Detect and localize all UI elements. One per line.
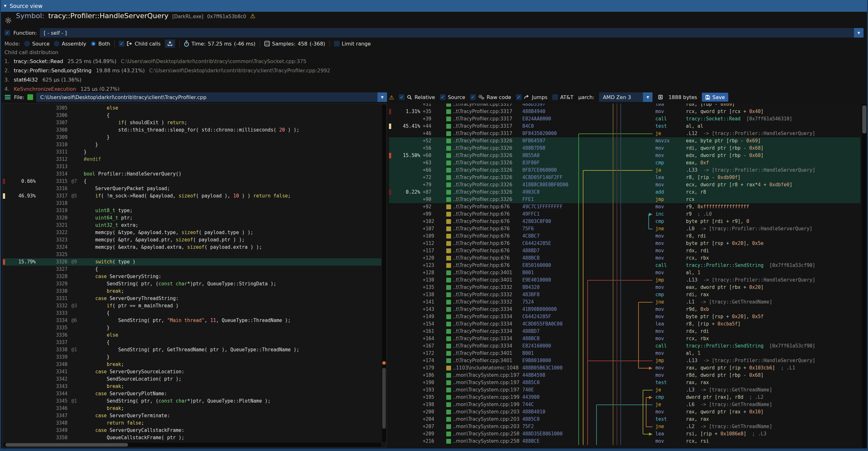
source-line-3311[interactable]: 3311}	[3, 148, 381, 156]
asm-row-+117[interactable]: +117..t\TracyProfiler.hpp:676488BD7movrd…	[389, 247, 860, 254]
source-line-3334[interactable]: 3334@6 SendString( ptr, "Main thread", 1…	[3, 317, 381, 324]
asm-row-+31[interactable]: +31..t\TracyProfiler.cpp:3317488D5597lea…	[389, 103, 860, 108]
source-line-3323[interactable]: 3323 memcpy( &ptr, &payload.ptr, sizeof(…	[3, 236, 381, 244]
asm-row-+99[interactable]: +99..t\TracyProfiler.hpp:67649FFC1incr9 …	[389, 211, 860, 218]
asm-row-+35[interactable]: 1.31%+35..t\TracyProfiler.cpp:3317488B49…	[389, 108, 860, 115]
source-line-3319[interactable]: 3319 uint8_t type;	[3, 207, 381, 214]
source-line-3345[interactable]: 3345@1 SendString( ptr, (const char*)ptr…	[3, 397, 381, 405]
asm-row-+174[interactable]: +174..t\TracyProfiler.cpp:3401E9B8010000…	[389, 357, 860, 364]
source-line-3347[interactable]: 3347 case ServerQueryTerminate:	[3, 412, 381, 419]
source-line-3342[interactable]: 3342 SendSourceLocation( ptr );	[3, 375, 381, 383]
asm-row-+107[interactable]: +107..t\TracyProfiler.hpp:67675F6jne.L0 …	[389, 225, 860, 233]
asm-row-+179[interactable]: +179..1103\include\atomic:1048488B05B63C…	[389, 364, 860, 372]
relative-checkbox[interactable]: Relative	[399, 94, 435, 100]
scrollbar-thumb[interactable]	[382, 368, 386, 429]
child-call-row[interactable]: 1.tracy::Socket::Read25.25 ms (54.89%)C:…	[4, 57, 868, 66]
asm-row-+39[interactable]: +39..t\TracyProfiler.cpp:3317E824AA0000c…	[389, 115, 860, 123]
source-line-3335[interactable]: 3335 }	[3, 324, 381, 332]
asm-row-+190[interactable]: +190..mon\TracySystem.cpp:1974885C0testr…	[389, 379, 860, 386]
asm-row-+149[interactable]: +149..t\TracyProfiler.cpp:3334C64424205F…	[389, 313, 860, 321]
asm-row-+92[interactable]: +92..t\TracyProfiler.hpp:67649C7C1FFFFFF…	[389, 203, 860, 211]
source-line-3308[interactable]: 3308 std::this_thread::sleep_for( std::c…	[3, 126, 381, 134]
uarch-select[interactable]: AMD Zen 3 ▼	[599, 92, 652, 102]
mode-option-assembly[interactable]: Assembly	[54, 41, 86, 47]
asm-row-+209[interactable]: +209..mon\TracySystem.cpp:258488D35E8861…	[389, 430, 860, 438]
att-syntax-checkbox[interactable]: AT&T	[552, 94, 574, 100]
mode-option-source[interactable]: Source	[24, 41, 50, 47]
raw-code-checkbox[interactable]: Raw code	[470, 94, 511, 100]
asm-row-+128[interactable]: +128..t\TracyProfiler.cpp:3401B001moval,…	[389, 269, 860, 276]
asm-row-+79[interactable]: +79..t\TracyProfiler.cpp:3326418B8C80E0B…	[389, 181, 860, 188]
asm-row-+135[interactable]: +135..t\TracyProfiler.cpp:33328B4320move…	[389, 284, 860, 291]
asm-row-+52[interactable]: +52..t\TracyProfiler.cpp:33260FB64597mov…	[389, 137, 860, 145]
collapse-icon[interactable]: ▼	[4, 4, 6, 8]
jumps-checkbox[interactable]: Jumps	[516, 94, 548, 100]
source-line-3325[interactable]: 3325	[3, 251, 381, 258]
source-line-3321[interactable]: 3321 uint32_t extra;	[3, 222, 381, 229]
source-line-3328[interactable]: 3328 case ServerQueryString:	[3, 273, 381, 280]
asm-row-+102[interactable]: +102..t\TracyProfiler.hpp:67642803C0F00c…	[389, 218, 860, 225]
function-checkbox[interactable]	[4, 30, 10, 36]
asm-row-+216[interactable]: +216..mon\TracySystem.cpp:258488BCEmovrc…	[389, 438, 860, 445]
source-line-3332[interactable]: 3332@3 if( ptr == m_mainThread )	[3, 302, 381, 309]
asm-row-+195[interactable]: +195..mon\TracySystem.cpp:199443900cmpdw…	[389, 394, 860, 401]
source-line-3338[interactable]: 3338@1 SendString( ptr, GetThreadName( p…	[3, 346, 381, 354]
child-calls-checkbox[interactable]: Child calls	[119, 41, 160, 47]
asm-row-+66[interactable]: +66..t\TracyProfiler.cpp:33260F87CE06000…	[389, 167, 860, 174]
window-titlebar[interactable]: ▼ Source view	[0, 0, 868, 12]
asm-row-+154[interactable]: +154..t\TracyProfiler.cpp:33344C8D055FBA…	[389, 321, 860, 328]
source-line-3337[interactable]: 3337 {	[3, 339, 381, 346]
asm-row-+164[interactable]: +164..t\TracyProfiler.cpp:3334488BCBmovr…	[389, 335, 860, 342]
child-call-row[interactable]: 3.stat64i32625 μs (1.36%)	[4, 75, 868, 84]
asm-row-+186[interactable]: +186..mon\TracySystem.cpp:197448B4598mov…	[389, 372, 860, 379]
asm-row-+123[interactable]: +123..t\TracyProfiler.hpp:676E850160000c…	[389, 262, 860, 269]
asm-row-+60[interactable]: 15.50%+60..t\TracyProfiler.cpp:33268B55A…	[389, 152, 860, 159]
source-line-3320[interactable]: 3320 uint64_t ptr;	[3, 214, 381, 222]
source-line-3314[interactable]: 3314bool Profiler::HandleServerQuery()	[3, 171, 381, 178]
source-checkbox[interactable]: Source	[440, 94, 465, 100]
asm-row-+56[interactable]: +56..t\TracyProfiler.cpp:3326488B7D98mov…	[389, 145, 860, 152]
asm-row-+198[interactable]: +198..mon\TracySystem.cpp:199744Cje.L6 -…	[389, 401, 860, 408]
source-horizontal-scrollbar[interactable]	[3, 443, 381, 447]
propagate-inlines-button[interactable]	[165, 39, 175, 48]
source-line-3339[interactable]: 3339 }	[3, 354, 381, 361]
source-line-3330[interactable]: 3330 break;	[3, 288, 381, 295]
source-line-3322[interactable]: 3322 memcpy( &type, &payload.type, sizeo…	[3, 229, 381, 236]
source-line-3316[interactable]: 3316 ServerQueryPacket payload;	[3, 185, 381, 192]
source-line-3318[interactable]: 3318	[3, 200, 381, 207]
source-line-3340[interactable]: 3340 break;	[3, 361, 381, 368]
child-call-row[interactable]: 2.tracy::Profiler::SendLongString19.88 m…	[4, 66, 868, 75]
asm-row-+90[interactable]: +90..t\TracyProfiler.cpp:3326FFE1jmprcx	[389, 196, 860, 203]
source-line-3324[interactable]: 3324 memcpy( &extra, &payload.extra, siz…	[3, 244, 381, 251]
asm-row-+87[interactable]: 0.22%+87..t\TracyProfiler.cpp:33264903C8…	[389, 188, 860, 196]
scrollbar-thumb[interactable]	[862, 106, 866, 133]
source-line-3343[interactable]: 3343 break;	[3, 383, 381, 390]
chevron-down-icon[interactable]: ▼	[377, 92, 387, 102]
source-line-3306[interactable]: 3306 {	[3, 112, 381, 119]
asm-row-+138[interactable]: +138..t\TracyProfiler.cpp:3332483BF8cmpr…	[389, 291, 860, 298]
source-line-3307[interactable]: 3307 if( shouldExit ) return;	[3, 119, 381, 126]
function-select[interactable]: [ - self - ] ▼	[40, 28, 864, 38]
asm-row-+143[interactable]: +143..t\TracyProfiler.cpp:333441B90B0000…	[389, 306, 860, 313]
source-line-3317[interactable]: 46.93%3317@5 if( !m_sock->Read( &payload…	[3, 192, 381, 200]
asm-row-+109[interactable]: +109..t\TracyProfiler.hpp:6764C8BC7movr8…	[389, 233, 860, 240]
asm-row-+46[interactable]: +46..t\TracyProfiler.cpp:33170F843502000…	[389, 130, 860, 137]
asm-row-+112[interactable]: +112..t\TracyProfiler.hpp:676C64424205Em…	[389, 240, 860, 247]
source-line-3333[interactable]: 3333 {	[3, 309, 381, 317]
asm-row-+63[interactable]: +63..t\TracyProfiler.cpp:332683F80Fcmpea…	[389, 159, 860, 167]
source-line-3309[interactable]: 3309 }	[3, 134, 381, 141]
source-line-3346[interactable]: 3346 break;	[3, 405, 381, 412]
source-line-3344[interactable]: 3344 case ServerQueryPlotName:	[3, 390, 381, 397]
source-line-3327[interactable]: 3327 {	[3, 266, 381, 273]
source-line-3329[interactable]: 3329 SendString( ptr, (const char*)ptr, …	[3, 280, 381, 288]
source-line-3326[interactable]: 15.79%3326@9 switch( type )	[3, 258, 381, 266]
source-line-3349[interactable]: 3349 case ServerQueryCallstackFrame:	[3, 427, 381, 434]
source-line-3336[interactable]: 3336 else	[3, 332, 381, 339]
source-line-3313[interactable]: 3313	[3, 163, 381, 171]
asm-row-+200[interactable]: +200..mon\TracySystem.cpp:203488B4010mov…	[389, 408, 860, 416]
asm-row-+120[interactable]: +120..t\TracyProfiler.hpp:676488BCBmovrc…	[389, 254, 860, 262]
asm-row-+44[interactable]: 45.41%+44..t\TracyProfiler.cpp:331784C0t…	[389, 123, 860, 130]
source-line-3310[interactable]: 3310 }	[3, 141, 381, 148]
source-line-3350[interactable]: 3350 QueueCallstackFrame( ptr );	[3, 434, 381, 442]
asm-row-+167[interactable]: +167..t\TracyProfiler.cpp:3334E824160000…	[389, 342, 860, 350]
